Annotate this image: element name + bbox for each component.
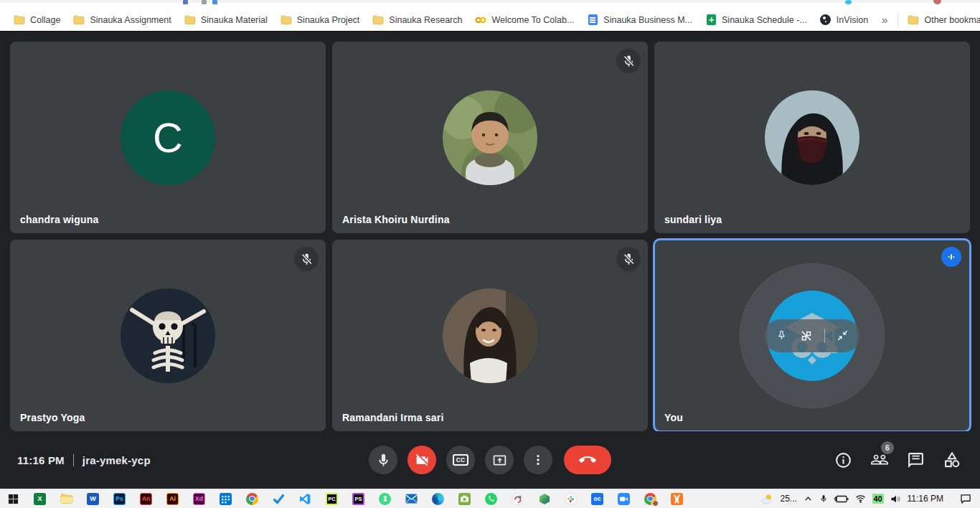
bookmark-sinauka-business[interactable]: Sinauka Business M... — [580, 12, 699, 28]
participant-name: chandra wiguna — [20, 214, 98, 225]
animate-icon[interactable]: An — [133, 489, 159, 508]
participant-name: You — [664, 412, 683, 423]
weather-icon[interactable] — [760, 494, 773, 504]
bookmark-label: InVision — [837, 15, 868, 25]
bookmark-label: Welcome To Colab... — [491, 15, 574, 25]
bookmark-label: Sinauka Research — [389, 15, 462, 25]
participants-button[interactable]: 6 — [870, 451, 889, 469]
participant-tile-sundari[interactable]: sundari liya — [654, 42, 970, 233]
bookmark-sinauka-assignment[interactable]: Sinauka Assignment — [67, 12, 177, 28]
folder-icon — [14, 14, 25, 26]
visual-studio-icon[interactable] — [292, 489, 319, 508]
more-options-button[interactable] — [524, 446, 552, 474]
bookmark-label: Collage — [30, 15, 60, 25]
phpstorm-icon[interactable]: PS — [345, 489, 372, 508]
mail-icon[interactable] — [398, 489, 425, 508]
meeting-details-button[interactable] — [834, 451, 852, 469]
self-avatar-ring — [740, 264, 884, 408]
participant-name: Prastyo Yoga — [20, 412, 85, 423]
bookmark-collage[interactable]: Collage — [7, 12, 67, 28]
oc-app-icon[interactable]: oc — [584, 489, 611, 508]
bookmark-sinauka-material[interactable]: Sinauka Material — [178, 12, 274, 28]
excel-icon[interactable]: X — [27, 489, 53, 508]
camera-app-icon[interactable] — [451, 489, 478, 508]
zoom-icon[interactable] — [611, 489, 637, 508]
bookmarks-divider — [897, 14, 898, 27]
toolbar-fragment — [183, 0, 188, 4]
start-button[interactable] — [0, 489, 27, 508]
minimize-button[interactable] — [836, 329, 849, 342]
pinwheel-app-icon[interactable] — [557, 489, 584, 508]
chrome-icon[interactable] — [239, 489, 265, 508]
toolbar-fragment — [202, 0, 207, 4]
avatar-letter: C — [153, 113, 183, 161]
remove-from-layout-button[interactable] — [799, 329, 814, 343]
camera-off-button[interactable] — [407, 446, 436, 474]
taskbar-clock[interactable]: 11:16 PM — [908, 494, 943, 504]
bookmark-sinauka-project[interactable]: Sinauka Project — [274, 12, 367, 28]
xampp-icon[interactable] — [664, 489, 690, 508]
volume-icon[interactable] — [890, 494, 901, 504]
participant-tile-you[interactable]: You — [654, 240, 970, 431]
avatar-photo — [443, 90, 537, 185]
photoshop-icon[interactable]: Ps — [106, 489, 133, 508]
weather-temp[interactable]: 25... — [780, 494, 796, 504]
battery-charging-icon[interactable] — [834, 494, 849, 504]
bookmarks-bar: Collage Sinauka Assignment Sinauka Mater… — [0, 9, 980, 32]
google-docs-icon — [587, 14, 598, 26]
bookmark-sinauka-schedule[interactable]: Sinauka Schedule -... — [699, 12, 814, 28]
bookmarks-overflow-chevron[interactable]: » — [875, 14, 895, 26]
participant-tile-chandra[interactable]: C chandra wiguna — [10, 42, 326, 233]
meeting-code[interactable]: jra-ymek-ycp — [83, 454, 151, 466]
action-center-icon[interactable] — [960, 494, 971, 504]
google-sheets-icon — [705, 14, 717, 26]
bookmark-invision[interactable]: InVision — [814, 12, 875, 28]
folder-icon — [73, 14, 85, 26]
hexagon-app-icon[interactable] — [531, 489, 557, 508]
avatar-photo — [765, 90, 859, 185]
pill-divider — [824, 329, 825, 343]
edge-icon[interactable] — [425, 489, 451, 508]
todo-check-icon[interactable] — [265, 489, 292, 508]
bookmark-sinauka-research[interactable]: Sinauka Research — [366, 12, 468, 28]
avatar-photo — [443, 288, 537, 383]
bookmark-label: Sinauka Material — [201, 15, 268, 25]
present-screen-button[interactable] — [485, 446, 514, 474]
toolbar-fragment — [845, 0, 852, 4]
cc-icon: CC — [453, 454, 468, 466]
bookmark-label: Sinauka Business M... — [603, 15, 692, 25]
bookmark-colab[interactable]: Welcome To Colab... — [468, 12, 580, 28]
profile-avatar-partial — [933, 0, 941, 4]
activities-button[interactable] — [943, 451, 961, 469]
tray-overflow-chevron[interactable] — [804, 494, 813, 504]
chrome-badged-icon[interactable] — [637, 489, 664, 508]
pin-button[interactable] — [775, 329, 788, 342]
participant-tile-arista[interactable]: Arista Khoiru Nurdina — [332, 42, 648, 233]
whatsapp-icon[interactable] — [478, 489, 504, 508]
pycharm-icon[interactable]: PC — [319, 489, 345, 508]
adobe-xd-icon[interactable]: Xd — [186, 489, 212, 508]
divider — [73, 454, 74, 466]
bookmark-label: Sinauka Schedule -... — [722, 15, 807, 25]
tray-mic-icon[interactable] — [819, 494, 828, 504]
file-explorer-icon[interactable] — [53, 489, 80, 508]
illustrator-icon[interactable]: Ai — [159, 489, 186, 508]
battery-percent-badge[interactable]: 40 — [872, 494, 884, 504]
word-icon[interactable]: W — [80, 489, 106, 508]
other-bookmarks-button[interactable]: Other bookmarks — [901, 12, 980, 28]
android-app-icon[interactable] — [372, 489, 398, 508]
participant-tile-prastyo[interactable]: Prastyo Yoga — [10, 240, 326, 431]
end-call-button[interactable] — [564, 446, 611, 474]
wifi-icon[interactable] — [855, 494, 866, 503]
windows-taskbar: X W Ps An Ai Xd PC PS — [0, 489, 980, 508]
colab-icon — [475, 14, 486, 26]
calendar-icon[interactable] — [212, 489, 239, 508]
chat-button[interactable] — [907, 451, 925, 469]
avatar-photo — [121, 288, 215, 383]
captions-button[interactable]: CC — [446, 446, 475, 474]
audio-output-indicator-icon[interactable] — [941, 247, 961, 267]
photo-swirl-app-icon[interactable] — [504, 489, 531, 508]
participant-tile-ramandani[interactable]: Ramandani Irma sari — [332, 240, 648, 431]
mic-button[interactable] — [369, 446, 397, 474]
participants-count-badge: 6 — [881, 441, 894, 454]
